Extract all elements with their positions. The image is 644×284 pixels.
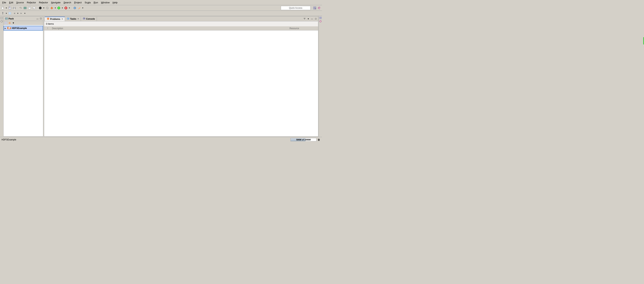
- run-dropdown[interactable]: ▼: [61, 6, 64, 10]
- panel-header: Pack — ☐: [4, 16, 43, 21]
- tab-problems[interactable]: ! Problems ✕: [45, 17, 65, 21]
- file-btn[interactable]: [28, 6, 32, 10]
- run-button[interactable]: [57, 6, 61, 10]
- stop-button[interactable]: [64, 6, 68, 10]
- col-header-resource[interactable]: Resource: [290, 27, 317, 30]
- stop-dropdown[interactable]: ▼: [68, 6, 70, 10]
- edit-button[interactable]: [77, 6, 81, 10]
- memory-bar[interactable]: 586M of 1006M: [290, 138, 316, 141]
- svg-text:!: !: [48, 18, 48, 20]
- pack-toolbar: ▼: [4, 21, 43, 25]
- svg-text:15: 15: [319, 7, 320, 9]
- menu-project[interactable]: Project: [72, 1, 83, 4]
- col-header-description[interactable]: Description: [50, 27, 290, 30]
- menu-refactor2[interactable]: Refactor: [38, 1, 50, 4]
- menu-search[interactable]: Search: [62, 1, 72, 4]
- collapse-all-icon[interactable]: [0, 17, 3, 19]
- pin-button[interactable]: [1, 11, 5, 15]
- separator-4: [312, 6, 312, 10]
- back-button[interactable]: [8, 11, 12, 15]
- menu-run[interactable]: Run: [92, 1, 100, 4]
- items-count-label: 0 items: [46, 22, 54, 25]
- problems-tab-close[interactable]: ✕: [62, 18, 63, 20]
- svg-marker-49: [14, 13, 15, 14]
- menu-navigate[interactable]: Navigate: [50, 1, 62, 4]
- pin-dropdown[interactable]: ▼: [5, 11, 8, 15]
- disable-btn[interactable]: [45, 6, 49, 10]
- open-perspective-button[interactable]: 15: [317, 6, 321, 10]
- view-menu-button[interactable]: ▼: [12, 21, 15, 25]
- tasks-tab-close[interactable]: ✕: [78, 18, 79, 20]
- new-file-dropdown[interactable]: ▼: [5, 6, 8, 10]
- forward-button[interactable]: [19, 11, 24, 15]
- debug-button[interactable]: [38, 6, 42, 10]
- link-with-editor-button[interactable]: [8, 21, 11, 25]
- collapse-tree-button[interactable]: [4, 21, 8, 25]
- panel-filter-button[interactable]: [303, 17, 306, 20]
- sync-icon[interactable]: [0, 20, 3, 23]
- svg-rect-11: [24, 7, 25, 9]
- status-project-name: HDFSExample: [2, 138, 16, 141]
- back-btn2[interactable]: [12, 11, 16, 15]
- quick-access-label: Quick Access: [289, 7, 302, 9]
- bug-button[interactable]: [50, 6, 54, 10]
- svg-rect-5: [10, 7, 10, 7]
- table-header: ! Description Resource: [44, 26, 318, 30]
- tab-console-label: Console: [86, 18, 95, 20]
- panel-tab-pack[interactable]: Pack: [4, 16, 14, 21]
- svg-rect-6: [9, 8, 11, 9]
- far-right-icon1[interactable]: [319, 17, 322, 19]
- right-tab-actions: ▼ — ☐: [303, 17, 317, 20]
- maximize-panel-button[interactable]: ☐: [39, 17, 42, 20]
- svg-line-21: [46, 7, 48, 9]
- new-file-button[interactable]: [1, 6, 5, 10]
- menu-help[interactable]: Help: [111, 1, 119, 4]
- edit-dropdown[interactable]: ▼: [82, 6, 84, 10]
- svg-text:>_: >_: [83, 18, 85, 20]
- problems-table: ! Description Resource: [44, 26, 318, 136]
- open-type-button[interactable]: T: [73, 6, 77, 10]
- separator-3: [72, 6, 72, 10]
- menu-source[interactable]: Source: [15, 1, 25, 4]
- panel-minimize-button[interactable]: —: [310, 17, 314, 20]
- columns-button[interactable]: [23, 6, 27, 10]
- tasks-icon: [67, 17, 70, 20]
- col-header-severity[interactable]: !: [45, 27, 50, 30]
- forward-dropdown[interactable]: ▼: [24, 11, 26, 15]
- menu-refactor1[interactable]: Refactor: [26, 1, 38, 4]
- tab-console[interactable]: >_ Console: [81, 17, 97, 21]
- panel-tab-label: Pack: [8, 17, 14, 20]
- svg-text:A: A: [33, 7, 34, 9]
- bug-dropdown[interactable]: ▼: [54, 6, 56, 10]
- problems-table-body: [44, 30, 318, 136]
- perspective-button[interactable]: [313, 6, 317, 10]
- gc-button[interactable]: 🗑: [317, 138, 320, 141]
- quick-access-input[interactable]: Quick Access: [281, 6, 310, 10]
- tab-tasks[interactable]: Tasks ✕: [65, 17, 81, 21]
- far-right-icon2[interactable]: [319, 20, 322, 23]
- debug-dropdown[interactable]: ▼: [43, 6, 45, 10]
- panel-maximize-button[interactable]: ☐: [314, 17, 317, 20]
- text-btn[interactable]: A: [32, 6, 36, 10]
- svg-marker-53: [2, 21, 3, 21]
- svg-marker-36: [78, 7, 80, 9]
- svg-rect-38: [314, 7, 314, 8]
- print-button[interactable]: [12, 6, 16, 10]
- menu-scala[interactable]: Scala: [83, 1, 92, 4]
- menu-edit[interactable]: Edit: [8, 1, 15, 4]
- problems-icon: !: [47, 17, 49, 20]
- status-bar: HDFSExample 586M of 1006M 🗑: [0, 137, 322, 142]
- save-button[interactable]: [8, 6, 12, 10]
- tree-item-hdfsexample[interactable]: ▶ HDFSExample: [4, 26, 43, 31]
- items-count-header: 0 items: [44, 21, 318, 26]
- menu-window[interactable]: Window: [100, 1, 111, 4]
- menu-file[interactable]: File: [1, 1, 8, 4]
- undo-button[interactable]: [18, 6, 23, 10]
- tab-tasks-label: Tasks: [70, 18, 76, 20]
- minimize-panel-button[interactable]: —: [36, 17, 39, 20]
- svg-rect-41: [315, 8, 316, 9]
- tree-expand-arrow: ▶: [5, 27, 6, 29]
- svg-line-27: [52, 8, 53, 8]
- panel-view-menu-button[interactable]: ▼: [306, 17, 310, 20]
- back-dropdown[interactable]: ▼: [17, 11, 19, 15]
